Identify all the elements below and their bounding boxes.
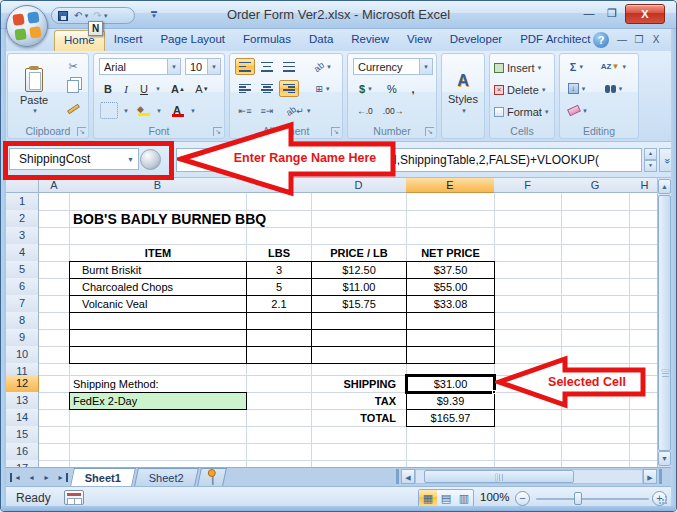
ribbon-tab-page-layout[interactable]: Page Layout xyxy=(151,30,234,51)
cell-D7[interactable]: $15.75 xyxy=(311,295,407,313)
insert-worksheet-tab[interactable] xyxy=(197,468,227,486)
row-header-7[interactable]: 7 xyxy=(6,295,39,313)
row-header-2[interactable]: 2 xyxy=(6,210,39,228)
ribbon-tab-formulas[interactable]: Formulas xyxy=(234,30,300,51)
delete-cells-button[interactable]: × Delete▼ xyxy=(493,81,548,98)
font-color-dropdown-icon[interactable]: ▼ xyxy=(190,108,196,114)
cell-B13[interactable]: FedEx 2-Day xyxy=(69,392,247,410)
autosum-button[interactable]: Σ▼ xyxy=(564,58,590,75)
copy-icon[interactable] xyxy=(63,78,83,95)
column-header-A[interactable]: A xyxy=(39,178,70,193)
help-icon[interactable]: ? xyxy=(593,32,609,48)
underline-dropdown-icon[interactable]: ▼ xyxy=(155,86,161,92)
font-size-combobox[interactable]: 10▼ xyxy=(185,58,221,75)
scroll-up-icon[interactable]: ▲ xyxy=(658,179,671,194)
row-header-10[interactable]: 10 xyxy=(6,346,39,364)
zoom-slider-thumb[interactable] xyxy=(574,492,582,505)
scrollbar-split-handle[interactable] xyxy=(659,469,662,484)
first-sheet-icon[interactable]: ◂ xyxy=(10,473,23,482)
cell-C6[interactable]: 5 xyxy=(246,278,312,296)
underline-button[interactable]: U xyxy=(136,80,152,97)
accounting-format-button[interactable]: $▼ xyxy=(353,80,379,97)
shrink-font-button[interactable]: A▼ xyxy=(192,80,212,97)
borders-dropdown-icon[interactable]: ▼ xyxy=(123,108,129,114)
page-layout-view-icon[interactable]: ▤ xyxy=(437,490,455,506)
cell-C4[interactable]: LBS xyxy=(247,245,311,261)
number-format-combobox[interactable]: Currency▼ xyxy=(353,58,433,75)
cell-B9[interactable] xyxy=(69,329,247,347)
vertical-scrollbar[interactable]: ▲ ▼ xyxy=(657,178,671,467)
cell-E13[interactable]: $9.39 xyxy=(406,392,495,410)
increase-indent-button[interactable]: ≡⇥ xyxy=(257,102,277,119)
grow-font-button[interactable]: A▲ xyxy=(168,80,188,97)
row-header-4[interactable]: 4 xyxy=(6,244,39,262)
next-sheet-icon[interactable]: ▸ xyxy=(40,473,53,482)
cell-E9[interactable] xyxy=(406,329,495,347)
scroll-left-icon[interactable]: ◀ xyxy=(401,469,415,484)
cell-E6[interactable]: $55.00 xyxy=(406,278,495,296)
row-header-13[interactable]: 13 xyxy=(6,392,39,410)
row-header-14[interactable]: 14 xyxy=(6,409,39,427)
zoom-out-icon[interactable]: − xyxy=(515,491,530,506)
align-right-button[interactable] xyxy=(279,80,299,97)
find-select-button[interactable]: ▼ xyxy=(598,80,630,97)
column-header-E[interactable]: E xyxy=(406,178,495,193)
bottom-align-button[interactable] xyxy=(279,58,299,75)
cell-E5[interactable]: $37.50 xyxy=(406,261,495,279)
cell-E14[interactable]: $165.97 xyxy=(406,409,495,427)
vertical-scroll-thumb[interactable] xyxy=(658,195,671,451)
cell-E8[interactable] xyxy=(406,312,495,330)
cell-D10[interactable] xyxy=(311,346,407,364)
cut-icon[interactable]: ✂ xyxy=(63,58,83,75)
scroll-down-icon[interactable]: ▼ xyxy=(658,451,671,466)
sort-filter-button[interactable]: AZ▼▼ xyxy=(598,58,630,75)
cell-E7[interactable]: $33.08 xyxy=(406,295,495,313)
row-header-6[interactable]: 6 xyxy=(6,278,39,296)
row-header-9[interactable]: 9 xyxy=(6,329,39,347)
row-header-16[interactable]: 16 xyxy=(6,443,39,461)
workbook-restore-icon[interactable]: ❐ xyxy=(632,34,646,45)
ribbon-tab-insert[interactable]: Insert xyxy=(105,30,152,51)
qat-customize-icon[interactable]: ▬▼ xyxy=(147,9,161,22)
resize-grip[interactable] xyxy=(658,495,668,505)
styles-button[interactable]: A Styles ▼ xyxy=(445,58,481,128)
wrap-text-button[interactable]: ab↵▼ xyxy=(284,102,314,119)
row-header-1[interactable]: 1 xyxy=(6,193,39,211)
office-button[interactable] xyxy=(6,5,48,47)
select-all-button[interactable] xyxy=(6,178,39,193)
paste-button[interactable]: Paste ▼ xyxy=(12,58,56,124)
clear-button[interactable]: ▼ xyxy=(564,102,592,119)
number-dialog-launcher-icon[interactable]: ↘ xyxy=(425,127,434,136)
horizontal-scrollbar[interactable]: ◀ ▶ xyxy=(396,468,662,485)
format-cells-button[interactable]: Format▼ xyxy=(493,103,551,120)
sheet-tab-sheet1[interactable]: Sheet1 xyxy=(70,468,136,486)
row-header-5[interactable]: 5 xyxy=(6,261,39,279)
fill-button[interactable]: ↓▼ xyxy=(564,80,590,97)
orientation-button[interactable]: ab▼ xyxy=(310,58,336,75)
align-left-button[interactable] xyxy=(235,80,255,97)
ribbon-tab-developer[interactable]: Developer xyxy=(441,30,511,51)
cell-B8[interactable] xyxy=(69,312,247,330)
cell-D12[interactable]: SHIPPING xyxy=(312,376,406,392)
comma-style-button[interactable]: , xyxy=(405,80,421,97)
cell-E10[interactable] xyxy=(406,346,495,364)
prev-sheet-icon[interactable]: ◂ xyxy=(25,473,38,482)
ribbon-tab-review[interactable]: Review xyxy=(342,30,398,51)
bold-button[interactable]: B xyxy=(100,80,116,97)
fill-color-button[interactable]: ◆ xyxy=(134,102,152,119)
minimize-button[interactable]: — xyxy=(579,6,599,23)
cell-B6[interactable]: Charcoaled Chops xyxy=(69,278,247,296)
row-header-8[interactable]: 8 xyxy=(6,312,39,330)
cell-C5[interactable]: 3 xyxy=(246,261,312,279)
cell-E12[interactable]: $31.00 xyxy=(405,374,496,394)
ribbon-tab-view[interactable]: View xyxy=(398,30,441,51)
cell-B4[interactable]: ITEM xyxy=(70,245,246,261)
macro-record-icon[interactable] xyxy=(64,490,84,505)
cell-D6[interactable]: $11.00 xyxy=(311,278,407,296)
clipboard-dialog-launcher-icon[interactable]: ↘ xyxy=(77,127,86,136)
redo-dropdown-icon[interactable]: ▼ xyxy=(103,13,109,19)
cell-C7[interactable]: 2.1 xyxy=(246,295,312,313)
increase-decimal-button[interactable]: ←.0 xyxy=(353,102,377,119)
row-header-15[interactable]: 15 xyxy=(6,426,39,444)
undo-dropdown-icon[interactable]: ▼ xyxy=(83,13,89,19)
